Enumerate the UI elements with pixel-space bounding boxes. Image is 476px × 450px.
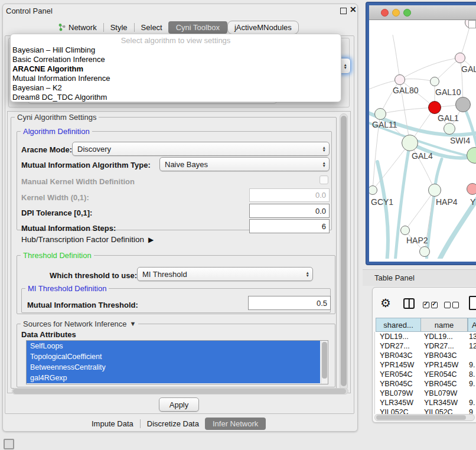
algorithm-option[interactable]: Bayesian – Hill Climbing: [11, 45, 341, 55]
network-node[interactable]: [419, 246, 430, 257]
tab-infer-network[interactable]: Infer Network: [205, 418, 266, 430]
settings-vertical-scrollbar-thumb[interactable]: [341, 116, 347, 386]
sources-title-row[interactable]: Sources for Network Inference ▼: [21, 319, 138, 328]
column-header-name[interactable]: name: [421, 318, 468, 332]
which-threshold-value: MI Threshold: [142, 270, 187, 279]
table-cell: [467, 351, 476, 360]
algorithm-definition-title: Algorithm Definition: [21, 127, 92, 136]
table-row[interactable]: YDL19...YDL19...13: [375, 332, 476, 341]
node-label: HAP4: [436, 197, 458, 207]
network-node[interactable]: [455, 53, 465, 63]
column-header-shared-name[interactable]: shared...: [376, 318, 421, 332]
tab-network[interactable]: Network: [52, 22, 103, 33]
apply-button[interactable]: Apply: [159, 397, 199, 412]
unselect-all-checkbox-icon[interactable]: [452, 302, 459, 308]
column-header-partial[interactable]: A: [468, 318, 476, 332]
network-canvas[interactable]: GALGAL80GAL10GAL1GAL11GAL4SWI4GCY1HAP4YH…: [369, 20, 476, 259]
zoom-traffic-light-icon[interactable]: [403, 9, 411, 17]
node-label: GAL: [461, 64, 476, 74]
aracne-mode-value: Discovery: [77, 145, 111, 154]
table-cell: 9.: [467, 398, 476, 407]
settings-horizontal-scrollbar-thumb[interactable]: [13, 389, 346, 394]
network-node[interactable]: [455, 97, 471, 112]
network-node[interactable]: [402, 135, 418, 151]
select-all-checkbox-icon[interactable]: [431, 302, 438, 308]
dpi-tolerance-field[interactable]: 0.0: [249, 204, 330, 218]
tab-cyni-toolbox[interactable]: Cyni Toolbox: [168, 21, 227, 34]
table-cell: 9: [467, 407, 476, 414]
which-threshold-label: Which threshold to use:: [50, 271, 137, 280]
table-row[interactable]: YBR043CYBR043C: [375, 351, 476, 360]
tab-style[interactable]: Style: [105, 22, 133, 33]
gear-icon[interactable]: ⚙: [380, 296, 391, 310]
algorithm-option[interactable]: Basic Correlation Inference: [11, 55, 341, 64]
minimize-traffic-light-icon[interactable]: [392, 9, 400, 17]
sources-title: Sources for Network Inference: [23, 319, 127, 328]
tab-jactivemnodules[interactable]: jActiveMNodules: [227, 21, 299, 34]
mi-threshold-field[interactable]: 0.5: [248, 296, 331, 310]
cyni-algorithm-settings-title: Cyni Algorithm Settings: [15, 113, 99, 122]
data-attributes-list[interactable]: SelfLoopsTopologicalCoefficientBetweenne…: [26, 340, 328, 384]
select-all-checkbox-icon[interactable]: [423, 302, 429, 308]
table-cell: 9.: [467, 379, 476, 389]
hub-definition-label: Hub/Transcription Factor Definition: [21, 235, 144, 244]
tab-discretize-data[interactable]: Discretize Data: [141, 418, 205, 429]
mi-steps-field[interactable]: 6: [249, 219, 330, 233]
node-label: SWI4: [450, 136, 470, 145]
network-node[interactable]: [395, 74, 405, 85]
network-window-titlebar[interactable]: [369, 5, 476, 20]
table-cell: YBL079W: [422, 389, 467, 398]
table-horizontal-scrollbar-thumb[interactable]: [376, 415, 466, 420]
tab-infer-network-label: Infer Network: [213, 419, 258, 428]
network-node[interactable]: [467, 183, 476, 195]
algorithm-option[interactable]: Dream8 DC_TDC Algorithm: [11, 93, 341, 102]
node-label: Y: [470, 197, 475, 207]
unselect-all-checkbox-icon[interactable]: [444, 302, 451, 308]
manual-kernel-width-checkbox[interactable]: [319, 175, 328, 184]
bottom-tab-bar: Impute Data Discretize Data Infer Networ…: [86, 416, 266, 431]
network-node[interactable]: [428, 184, 441, 197]
mi-algorithm-type-label: Mutual Information Algorithm Type:: [21, 161, 151, 169]
attribute-item[interactable]: BetweennessCentrality: [27, 362, 320, 373]
table-row[interactable]: YBL079WYBL079W: [375, 389, 476, 398]
table-row[interactable]: YDR27...YDR27...12: [375, 341, 476, 351]
network-node[interactable]: [444, 123, 455, 135]
combo-stepper-icon: ▲▼: [344, 63, 347, 69]
table-row[interactable]: YPR145WYPR145W9.: [375, 360, 476, 370]
algorithm-option[interactable]: ARACNE Algorithm: [11, 64, 341, 74]
close-icon[interactable]: ✕: [350, 5, 357, 14]
attribute-item[interactable]: gal4RGexp: [27, 373, 320, 383]
network-node[interactable]: [430, 77, 439, 86]
table-row[interactable]: YLR345WYLR345W9.: [375, 398, 476, 407]
attributes-scrollbar-thumb[interactable]: [322, 342, 327, 379]
tab-impute-data-label: Impute Data: [92, 419, 133, 428]
table-cell: 13: [467, 332, 476, 341]
table-row[interactable]: YBR045CYBR045C9.: [375, 379, 476, 389]
float-window-icon[interactable]: [340, 8, 347, 14]
network-node[interactable]: [400, 226, 410, 235]
aracne-mode-combo[interactable]: Discovery ▲▼: [72, 142, 330, 156]
table-row[interactable]: YER054CYER054C8.: [375, 370, 476, 379]
hub-definition-section[interactable]: Hub/Transcription Factor Definition ▶: [21, 235, 154, 244]
attribute-item[interactable]: TopologicalCoefficient: [27, 351, 320, 362]
node-label: GAL80: [393, 86, 419, 95]
tab-select[interactable]: Select: [135, 22, 168, 33]
show-columns-icon[interactable]: [403, 298, 415, 309]
kernel-width-field[interactable]: 0.0: [249, 188, 330, 202]
table-row[interactable]: YIL052CYIL052C9: [375, 407, 476, 414]
attribute-item[interactable]: SelfLoops: [27, 341, 320, 351]
export-table-icon[interactable]: [469, 296, 476, 310]
network-node[interactable]: [428, 101, 441, 114]
network-node[interactable]: [374, 108, 386, 120]
tab-impute-data[interactable]: Impute Data: [86, 418, 139, 429]
table-rows[interactable]: YDL19...YDL19...13YDR27...YDR27...12YBR0…: [374, 332, 476, 414]
close-traffic-light-icon[interactable]: [381, 9, 389, 17]
which-threshold-combo[interactable]: MI Threshold ▲▼: [137, 267, 313, 281]
algorithm-option[interactable]: Bayesian – K2: [11, 83, 341, 93]
algorithm-option[interactable]: Mutual Information Inference: [11, 74, 341, 83]
tab-separator: [103, 23, 104, 32]
table-cell: YDR27...: [422, 341, 467, 351]
minimized-panel-icon[interactable]: [4, 439, 14, 449]
table-cell: YPR145W: [375, 360, 422, 370]
mi-algorithm-type-combo[interactable]: Naive Bayes ▲▼: [159, 157, 330, 171]
